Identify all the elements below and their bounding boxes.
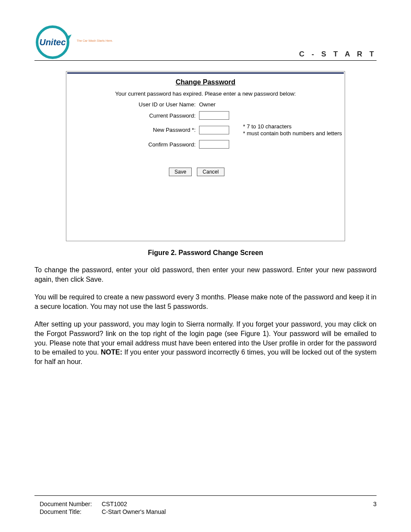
logo-tagline: The Car Wash Starts Here. [77, 39, 113, 42]
hint-line-2: * must contain both numbers and letters [243, 130, 342, 137]
doc-number-value: CST1002 [102, 500, 127, 508]
save-button[interactable]: Save [169, 168, 192, 176]
note-label: NOTE: [101, 348, 122, 356]
figure-caption: Figure 2. Password Change Screen [34, 249, 377, 257]
doc-number-label: Document Number: [40, 500, 102, 508]
doc-title-label: Document Title: [40, 508, 102, 516]
unitec-logo: Unitec [35, 25, 74, 61]
hint-line-1: * 7 to 10 characters [243, 123, 342, 130]
current-password-input[interactable] [199, 111, 229, 120]
new-password-input[interactable] [199, 126, 229, 134]
page-number: 3 [373, 500, 377, 508]
user-id-value: Owner [199, 101, 215, 108]
user-id-label: User ID or User Name: [66, 101, 199, 108]
cancel-button[interactable]: Cancel [197, 168, 224, 176]
footer-divider [34, 495, 377, 496]
password-hints: * 7 to 10 characters * must contain both… [243, 123, 342, 137]
confirm-password-input[interactable] [199, 140, 229, 149]
logo-text: Unitec [39, 37, 65, 47]
current-password-label: Current Password: [66, 112, 199, 119]
expired-message: Your current password has expired. Pleas… [66, 90, 345, 97]
page-header: Unitec The Car Wash Starts Here. C - S T… [34, 25, 377, 61]
paragraph-3: After setting up your password, you may … [34, 320, 377, 366]
confirm-password-label: Confirm Password: [66, 141, 199, 148]
paragraph-1: To change the password, enter your old p… [34, 265, 377, 284]
change-password-screenshot: Change Password Your current password ha… [66, 71, 345, 241]
screenshot-title: Change Password [66, 78, 345, 86]
doc-title-value: C-Start Owner's Manual [102, 508, 166, 516]
new-password-label: New Password *: [66, 127, 199, 133]
page-footer: 3 Document Number: CST1002 Document Titl… [40, 500, 377, 516]
paragraph-2: You will be required to create a new pas… [34, 292, 377, 311]
brand-title: C - S T A R T [299, 50, 377, 59]
